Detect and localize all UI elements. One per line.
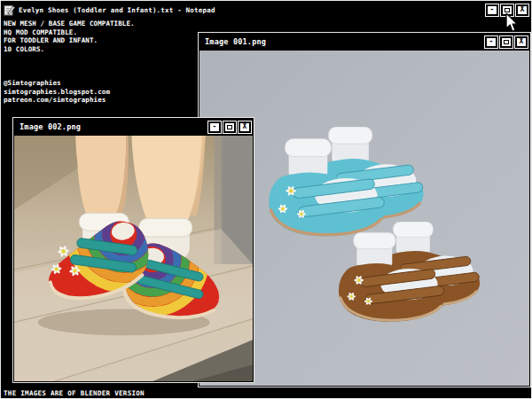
image-001-titlebar[interactable]: Image 001.png - X <box>199 33 530 51</box>
minimize-button[interactable]: - <box>485 36 497 48</box>
minimize-button[interactable]: - <box>208 121 221 133</box>
notepad-text[interactable]: NEW MESH / BASE GAME COMPATIBLE. HQ MOD … <box>4 20 135 105</box>
maximize-button[interactable] <box>500 36 512 48</box>
minimize-button[interactable]: - <box>486 4 498 16</box>
notepad-window: { "main_window": { "title": "Evelyn Shoe… <box>0 0 532 399</box>
close-button[interactable]: X <box>239 121 251 133</box>
notepad-icon <box>4 4 15 16</box>
window-title: Evelyn Shoes (Toddler and Infant).txt - … <box>19 6 215 14</box>
close-button[interactable]: X <box>515 36 528 48</box>
image-001-controls: - X <box>482 36 528 48</box>
maximize-icon <box>505 8 510 12</box>
image-002-controls: - X <box>206 121 251 133</box>
maximize-button[interactable] <box>223 121 236 133</box>
footer-note: THE IMAGES ARE OF BLENDER VERSION <box>4 389 145 397</box>
image-001-title: Image 001.png <box>205 37 266 46</box>
mouse-cursor-icon <box>505 13 520 35</box>
image-002-canvas <box>14 136 253 381</box>
brown-shoes-render <box>329 222 492 324</box>
notepad-titlebar[interactable]: Evelyn Shoes (Toddler and Infant).txt - … <box>1 1 531 19</box>
image-002-title: Image 002.png <box>20 122 81 131</box>
maximize-icon <box>504 40 509 44</box>
image-window-002: Image 002.png - X <box>12 117 254 383</box>
image-002-titlebar[interactable]: Image 002.png - X <box>13 118 254 136</box>
rainbow-shoes-photo <box>14 136 253 381</box>
maximize-icon <box>227 125 232 129</box>
